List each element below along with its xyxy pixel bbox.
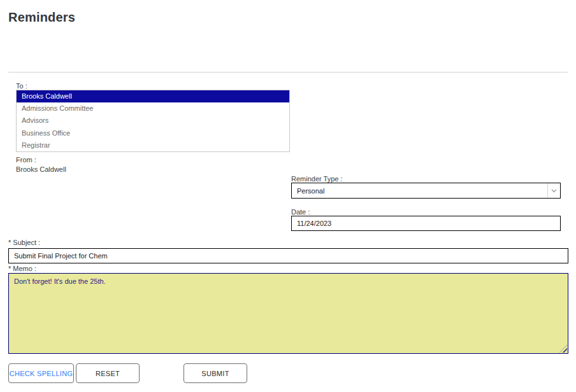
reminder-type-value: Personal [292,187,547,195]
from-label: From : [16,156,36,164]
reminder-type-select[interactable]: Personal [291,183,561,199]
reminder-type-label: Reminder Type : [291,175,343,183]
check-spelling-button[interactable]: CHECK SPELLING [8,363,74,383]
to-option[interactable]: Brooks Caldwell [17,90,289,102]
chevron-down-icon [547,183,560,198]
submit-button[interactable]: SUBMIT [184,363,247,383]
to-listbox[interactable]: Brooks Caldwell Admissions Committee Adv… [16,90,290,152]
subject-input[interactable] [8,248,568,263]
to-option[interactable]: Advisors [17,115,289,127]
page-title: Reminders [8,10,75,25]
to-option[interactable]: Admissions Committee [17,102,289,115]
reset-button[interactable]: RESET [76,363,140,383]
date-label: Date : [291,208,310,216]
memo-textarea[interactable]: Don't forget! It's due the 25th. [8,273,568,354]
memo-container: Don't forget! It's due the 25th. [8,273,568,354]
to-label: To : [16,82,27,90]
to-option[interactable]: Registrar [17,139,289,151]
from-value: Brooks Caldwell [16,165,66,173]
to-option[interactable]: Business Office [17,127,289,139]
subject-label: * Subject : [8,239,40,246]
reminders-page: Reminders To : Brooks Caldwell Admission… [0,0,576,392]
divider [8,72,568,73]
memo-label: * Memo : [8,265,36,272]
date-input[interactable] [291,216,561,231]
